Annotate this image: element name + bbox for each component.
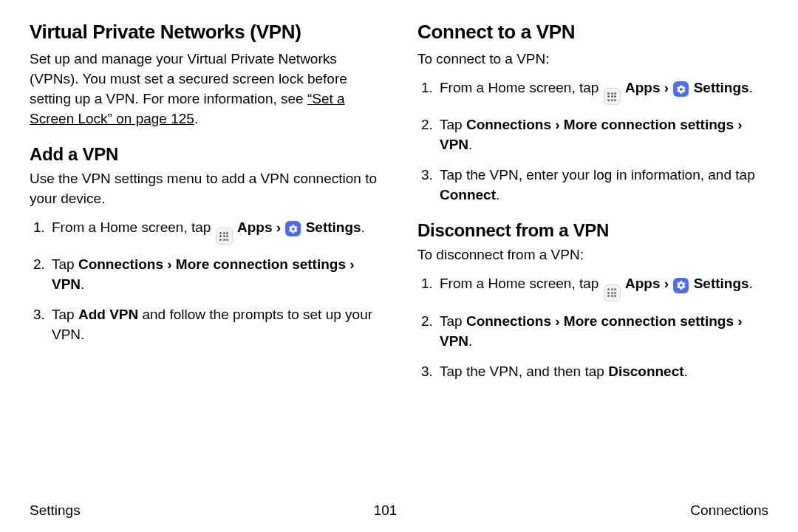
footer-page-number: 101 xyxy=(374,502,398,519)
chevron-right-icon: › xyxy=(276,219,281,235)
disconnect-vpn-intro: To disconnect from a VPN: xyxy=(417,245,768,265)
settings-label: Settings xyxy=(694,80,749,95)
apps-icon xyxy=(216,228,233,245)
connect-vpn-intro: To connect to a VPN: xyxy=(417,50,768,69)
add-vpn-step-3: Tap Add VPN and follow the prompts to se… xyxy=(49,305,381,345)
vpn-intro-paragraph: Set up and manage your Virtual Private N… xyxy=(30,50,381,129)
add-vpn-bold: Add VPN xyxy=(78,307,138,322)
step-text: Tap xyxy=(440,117,466,132)
footer-left: Settings xyxy=(30,502,81,519)
add-vpn-intro: Use the VPN settings menu to add a VPN c… xyxy=(30,169,381,209)
nav-path: Connections › More connection settings ›… xyxy=(440,313,743,349)
step-text: From a Home screen, tap xyxy=(440,276,603,291)
disconnect-vpn-steps: From a Home screen, tap Apps › Settings.… xyxy=(417,274,768,381)
step-text: Tap xyxy=(52,307,78,322)
right-column: Connect to a VPN To connect to a VPN: Fr… xyxy=(417,21,768,498)
connect-vpn-step-2: Tap Connections › More connection settin… xyxy=(437,115,768,155)
apps-label: Apps xyxy=(625,276,661,291)
step-text: Tap xyxy=(440,313,466,329)
disconnect-vpn-step-1: From a Home screen, tap Apps › Settings. xyxy=(437,274,768,301)
chevron-right-icon: › xyxy=(664,80,669,95)
connect-vpn-step-1: From a Home screen, tap Apps › Settings. xyxy=(437,78,768,106)
apps-icon xyxy=(604,88,621,105)
apps-label: Apps xyxy=(625,80,661,95)
settings-icon xyxy=(673,81,689,97)
step-text: Tap the VPN, and then tap xyxy=(440,364,608,379)
step-post: . xyxy=(684,364,688,379)
disconnect-vpn-step-3: Tap the VPN, and then tap Disconnect. xyxy=(437,362,768,382)
heading-add-vpn: Add a VPN xyxy=(30,144,381,165)
settings-label: Settings xyxy=(694,276,749,291)
step-text: From a Home screen, tap xyxy=(52,219,215,235)
step-post: . xyxy=(468,137,472,152)
step-post: . xyxy=(468,333,472,349)
heading-connect-vpn: Connect to a VPN xyxy=(417,21,768,44)
disconnect-bold: Disconnect xyxy=(608,364,683,379)
step-post: . xyxy=(496,187,499,202)
add-vpn-step-2: Tap Connections › More connection settin… xyxy=(49,255,381,295)
apps-label: Apps xyxy=(237,219,273,235)
chevron-right-icon: › xyxy=(664,276,669,291)
vpn-intro-text: Set up and manage your Virtual Private N… xyxy=(30,51,347,106)
settings-label: Settings xyxy=(306,219,361,235)
step-text: Tap the VPN, enter your log in informati… xyxy=(440,167,755,183)
heading-disconnect-vpn: Disconnect from a VPN xyxy=(417,220,768,241)
add-vpn-steps: From a Home screen, tap Apps › Settings.… xyxy=(30,218,381,345)
step-text: Tap xyxy=(52,256,78,272)
step-post: . xyxy=(81,276,84,292)
add-vpn-step-1: From a Home screen, tap Apps › Settings. xyxy=(49,218,381,245)
vpn-intro-post: . xyxy=(194,111,198,126)
connect-vpn-step-3: Tap the VPN, enter your log in informati… xyxy=(437,166,768,205)
two-column-layout: Virtual Private Networks (VPN) Set up an… xyxy=(30,21,768,498)
settings-icon xyxy=(673,278,689,293)
apps-icon xyxy=(604,284,621,301)
connect-vpn-steps: From a Home screen, tap Apps › Settings.… xyxy=(417,78,768,205)
nav-path: Connections › More connection settings ›… xyxy=(52,256,355,292)
manual-page: Virtual Private Networks (VPN) Set up an… xyxy=(0,0,798,532)
heading-vpn: Virtual Private Networks (VPN) xyxy=(30,21,381,44)
footer-right: Connections xyxy=(690,502,768,519)
nav-path: Connections › More connection settings ›… xyxy=(440,117,743,152)
settings-icon xyxy=(285,221,301,236)
connect-bold: Connect xyxy=(440,187,496,202)
step-text: From a Home screen, tap xyxy=(440,80,603,95)
disconnect-vpn-step-2: Tap Connections › More connection settin… xyxy=(437,312,768,352)
left-column: Virtual Private Networks (VPN) Set up an… xyxy=(30,21,381,498)
page-footer: Settings 101 Connections xyxy=(30,498,768,532)
